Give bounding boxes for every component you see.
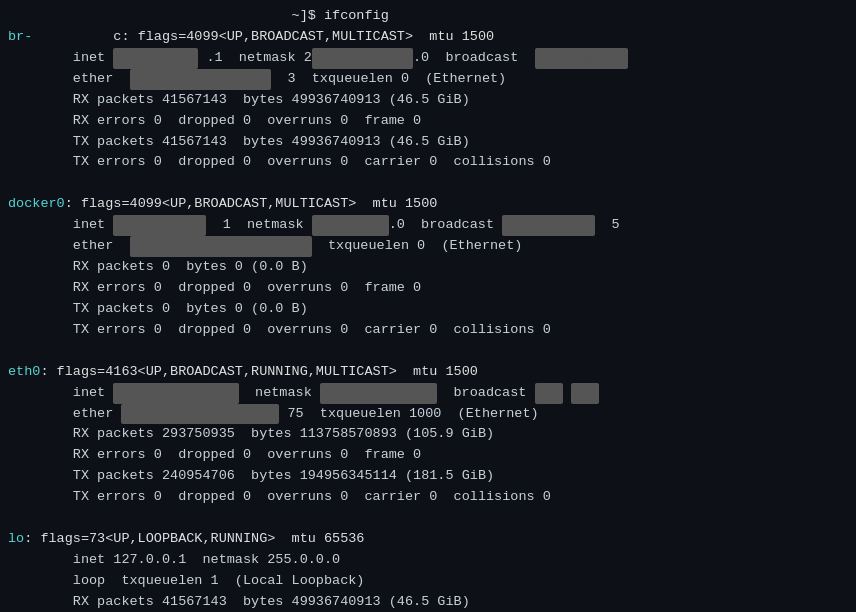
lo-loop: loop txqueuelen 1 (Local Loopback) (8, 571, 848, 592)
prompt-line: ~]$ ifconfig (8, 6, 848, 27)
br-tx-packets: TX packets 41567143 bytes 49936740913 (4… (8, 132, 848, 153)
eth0-tx-errors: TX errors 0 dropped 0 overruns 0 carrier… (8, 487, 848, 508)
br-ether: ether 3 txqueuelen 0 (Ethernet) (8, 69, 848, 90)
eth0-rx-packets: RX packets 293750935 bytes 113758570893 … (8, 424, 848, 445)
docker0-tx-packets: TX packets 0 bytes 0 (0.0 B) (8, 299, 848, 320)
docker0-inet: inet 1 netmask .0 broadcast 5 (8, 215, 848, 236)
br-header: br- c: flags=4099<UP,BROADCAST,MULTICAST… (8, 27, 848, 48)
br-tx-errors: TX errors 0 dropped 0 overruns 0 carrier… (8, 152, 848, 173)
spacer-2 (8, 341, 848, 362)
docker0-rx-packets: RX packets 0 bytes 0 (0.0 B) (8, 257, 848, 278)
eth0-tx-packets: TX packets 240954706 bytes 194956345114 … (8, 466, 848, 487)
section-eth0: eth0: flags=4163<UP,BROADCAST,RUNNING,MU… (8, 362, 848, 508)
section-br: br- c: flags=4099<UP,BROADCAST,MULTICAST… (8, 27, 848, 173)
spacer-3 (8, 508, 848, 529)
section-docker0: docker0: flags=4099<UP,BROADCAST,MULTICA… (8, 194, 848, 340)
docker0-tx-errors: TX errors 0 dropped 0 overruns 0 carrier… (8, 320, 848, 341)
lo-header: lo: flags=73<UP,LOOPBACK,RUNNING> mtu 65… (8, 529, 848, 550)
section-lo: lo: flags=73<UP,LOOPBACK,RUNNING> mtu 65… (8, 529, 848, 612)
eth0-ether: ether 75 txqueuelen 1000 (Ethernet) (8, 404, 848, 425)
docker0-header: docker0: flags=4099<UP,BROADCAST,MULTICA… (8, 194, 848, 215)
eth0-header: eth0: flags=4163<UP,BROADCAST,RUNNING,MU… (8, 362, 848, 383)
eth0-rx-errors: RX errors 0 dropped 0 overruns 0 frame 0 (8, 445, 848, 466)
br-rx-packets: RX packets 41567143 bytes 49936740913 (4… (8, 90, 848, 111)
br-inet: inet .1 netmask 2 .0 broadcast .255.255 (8, 48, 848, 69)
docker0-ether: ether txqueuelen 0 (Ethernet) (8, 236, 848, 257)
eth0-inet: inet netmask broadcast (8, 383, 848, 404)
lo-inet: inet 127.0.0.1 netmask 255.0.0.0 (8, 550, 848, 571)
terminal-window: ~]$ ifconfig br- c: flags=4099<UP,BROADC… (0, 0, 856, 612)
spacer-1 (8, 173, 848, 194)
docker0-rx-errors: RX errors 0 dropped 0 overruns 0 frame 0 (8, 278, 848, 299)
lo-rx-packets: RX packets 41567143 bytes 49936740913 (4… (8, 592, 848, 612)
br-rx-errors: RX errors 0 dropped 0 overruns 0 frame 0 (8, 111, 848, 132)
